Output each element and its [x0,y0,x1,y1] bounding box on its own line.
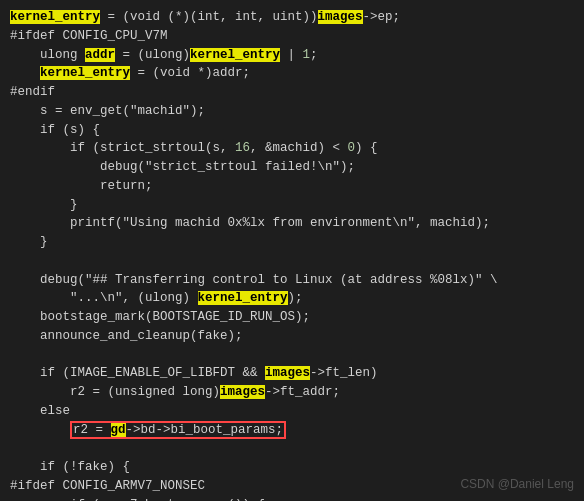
code-line-7: if (s) { [10,121,574,140]
code-line-27: if (armv7_boot_nonsec()) { [10,496,574,502]
code-line-16: "...\n", (ulong) kernel_entry); [10,289,574,308]
code-line-5: #endif [10,83,574,102]
code-line-20: if (IMAGE_ENABLE_OF_LIBFDT && images->ft… [10,364,574,383]
code-line-12: printf("Using machid 0x%lx from environm… [10,214,574,233]
code-line-9: debug("strict_strtoul failed!\n"); [10,158,574,177]
code-line-15: debug("## Transferring control to Linux … [10,271,574,290]
code-line-11: } [10,196,574,215]
code-line-17: bootstage_mark(BOOTSTAGE_ID_RUN_OS); [10,308,574,327]
code-line-4: kernel_entry = (void *)addr; [10,64,574,83]
code-line-3: ulong addr = (ulong)kernel_entry | 1; [10,46,574,65]
code-line-21: r2 = (unsigned long)images->ft_addr; [10,383,574,402]
code-line-6: s = env_get("machid"); [10,102,574,121]
code-line-22: else [10,402,574,421]
code-line-23: r2 = gd->bd->bi_boot_params; [10,421,574,440]
code-line-2: #ifdef CONFIG_CPU_V7M [10,27,574,46]
code-line-19 [10,346,574,365]
code-editor: kernel_entry = (void (*)(int, int, uint)… [0,0,584,501]
code-line-13: } [10,233,574,252]
code-line-14 [10,252,574,271]
code-line-1: kernel_entry = (void (*)(int, int, uint)… [10,8,574,27]
watermark: CSDN @Daniel Leng [460,475,574,493]
code-line-25: if (!fake) { [10,458,574,477]
code-line-24 [10,439,574,458]
code-line-10: return; [10,177,574,196]
code-line-8: if (strict_strtoul(s, 16, &machid) < 0) … [10,139,574,158]
code-line-18: announce_and_cleanup(fake); [10,327,574,346]
